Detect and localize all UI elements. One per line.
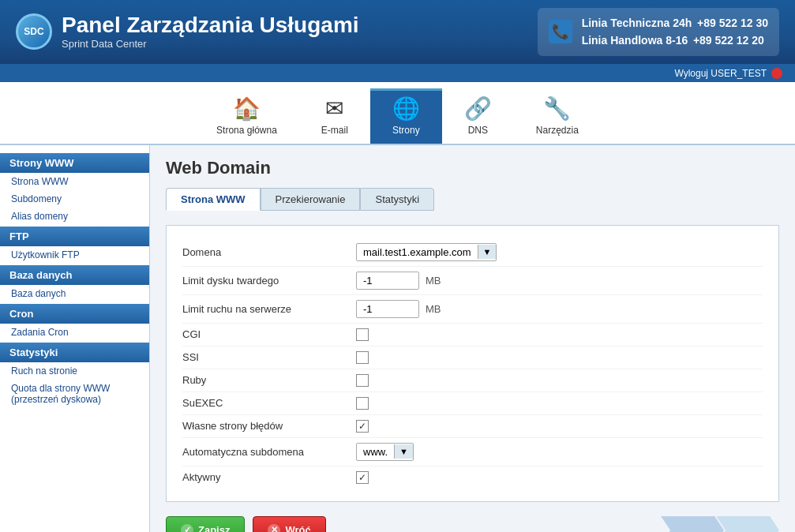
own-error-pages-checkbox[interactable] xyxy=(356,420,369,433)
nav-home-label: Strona główna xyxy=(216,125,277,136)
page-title: Web Domain xyxy=(166,158,779,178)
phone-info: 📞 Linia Techniczna 24h +89 522 12 30 Lin… xyxy=(538,8,779,56)
ssl-label: SSI xyxy=(182,351,356,363)
subdomain-value: www. xyxy=(357,444,394,460)
phone-line2-number: +89 522 12 20 xyxy=(693,34,764,47)
nav-email-label: E-mail xyxy=(321,125,348,136)
ruby-label: Ruby xyxy=(182,374,356,386)
suexec-checkbox[interactable] xyxy=(356,397,369,410)
form-row-auto-subdomain: Automatyczna subdomena www. ▼ xyxy=(182,438,763,466)
sidebar-item-quota[interactable]: Quota dla strony WWW (przestrzeń dyskowa… xyxy=(0,380,149,408)
active-control xyxy=(356,471,369,484)
save-icon: ✓ xyxy=(181,524,193,532)
pages-icon: 🌐 xyxy=(392,96,420,122)
domain-control: mail.test1.example.com ▼ xyxy=(356,243,497,261)
form-row-cgi: CGI xyxy=(182,324,763,347)
email-icon: ✉ xyxy=(325,96,343,122)
sidebar-section-ftp: FTP xyxy=(0,227,149,246)
phone-icon: 📞 xyxy=(549,20,572,43)
phone-lines: Linia Techniczna 24h +89 522 12 30 Linia… xyxy=(582,14,768,50)
ssl-checkbox[interactable] xyxy=(356,351,369,364)
logout-label: Wyloguj USER_TEST xyxy=(674,68,767,79)
form-row-domain: Domena mail.test1.example.com ▼ xyxy=(182,238,763,267)
ruby-control xyxy=(356,374,369,387)
form-row-active: Aktywny xyxy=(182,466,763,489)
cgi-checkbox[interactable] xyxy=(356,328,369,341)
nav-item-home[interactable]: 🏠 Strona główna xyxy=(194,88,299,144)
save-button[interactable]: ✓ Zapisz xyxy=(166,516,245,532)
back-icon: ✕ xyxy=(268,524,280,532)
nav-bar: 🏠 Strona główna ✉ E-mail 🌐 Strony 🔗 DNS … xyxy=(0,82,795,145)
back-button[interactable]: ✕ Wróć xyxy=(253,516,325,532)
active-checkbox[interactable] xyxy=(356,471,369,484)
traffic-limit-label: Limit ruchu na serwerze xyxy=(182,303,356,315)
sidebar-section-baza-danych: Baza danych xyxy=(0,265,149,285)
header: SDC Panel Zarządzania Usługami Sprint Da… xyxy=(0,0,795,64)
cgi-label: CGI xyxy=(182,328,356,340)
app-title: Panel Zarządzania Usługami xyxy=(62,13,359,38)
sidebar-section-strony-www: Strony WWW xyxy=(0,153,149,173)
auto-subdomain-label: Automatyczna subdomena xyxy=(182,446,356,458)
sidebar-item-subdomeny[interactable]: Subdomeny xyxy=(0,190,149,208)
sidebar-item-ruch-na-stronie[interactable]: Ruch na stronie xyxy=(0,362,149,380)
sidebar: Strony WWW Strona WWW Subdomeny Alias do… xyxy=(0,145,150,532)
nav-tools-label: Narzędzia xyxy=(536,125,579,136)
disk-limit-input[interactable] xyxy=(356,272,419,290)
domain-dropdown-button[interactable]: ▼ xyxy=(478,245,497,259)
traffic-unit: MB xyxy=(426,303,441,315)
form-row-suexec: SuEXEC xyxy=(182,392,763,415)
sidebar-item-baza-danych[interactable]: Baza danych xyxy=(0,285,149,302)
save-label: Zapisz xyxy=(198,524,230,532)
domain-select[interactable]: mail.test1.example.com ▼ xyxy=(356,243,497,261)
sidebar-section-cron: Cron xyxy=(0,304,149,324)
arrow-decoration-2 xyxy=(716,516,779,532)
form-area: Domena mail.test1.example.com ▼ Limit dy… xyxy=(166,225,779,502)
logout-icon xyxy=(771,68,782,79)
ruby-checkbox[interactable] xyxy=(356,374,369,387)
button-area: ✓ Zapisz ✕ Wróć xyxy=(166,516,779,532)
tab-przekierowanie[interactable]: Przekierowanie xyxy=(261,188,361,211)
app-subtitle: Sprint Data Center xyxy=(62,38,147,50)
nav-item-email[interactable]: ✉ E-mail xyxy=(299,88,370,144)
sidebar-item-zadania-cron[interactable]: Zadania Cron xyxy=(0,324,149,341)
phone-line1-number: +89 522 12 30 xyxy=(697,17,768,29)
top-bar: Wyloguj USER_TEST xyxy=(0,64,795,82)
nav-dns-label: DNS xyxy=(468,125,488,136)
logo: SDC Panel Zarządzania Usługami Sprint Da… xyxy=(16,13,359,50)
header-title: Panel Zarządzania Usługami Sprint Data C… xyxy=(62,13,359,50)
logout-button[interactable]: Wyloguj USER_TEST xyxy=(674,68,782,79)
auto-subdomain-control: www. ▼ xyxy=(356,443,414,461)
tools-icon: 🔧 xyxy=(543,96,571,122)
cgi-control xyxy=(356,328,369,341)
traffic-limit-input[interactable] xyxy=(356,300,419,318)
nav-pages-label: Strony xyxy=(392,125,420,136)
ssl-control xyxy=(356,351,369,364)
subdomain-dropdown-button[interactable]: ▼ xyxy=(394,444,413,459)
sidebar-section-statystyki: Statystyki xyxy=(0,343,149,362)
tab-strona-www[interactable]: Strona WWW xyxy=(166,188,261,211)
form-row-ruby: Ruby xyxy=(182,369,763,392)
form-row-ssl: SSI xyxy=(182,347,763,369)
nav-item-tools[interactable]: 🔧 Narzędzia xyxy=(514,88,601,144)
tabs: Strona WWW Przekierowanie Statystyki xyxy=(166,188,779,211)
sidebar-item-alias-domeny[interactable]: Alias domeny xyxy=(0,208,149,225)
nav-item-dns[interactable]: 🔗 DNS xyxy=(442,88,514,144)
sidebar-item-uzytkownik-ftp[interactable]: Użytkownik FTP xyxy=(0,246,149,264)
own-error-pages-label: Własne strony błędów xyxy=(182,420,356,432)
dns-icon: 🔗 xyxy=(464,96,492,122)
form-row-disk-limit: Limit dysku twardego MB xyxy=(182,267,763,295)
tab-statystyki[interactable]: Statystyki xyxy=(360,188,434,211)
nav-item-pages[interactable]: 🌐 Strony xyxy=(370,88,442,144)
domain-value: mail.test1.example.com xyxy=(357,244,478,260)
phone-line2-label: Linia Handlowa 8-16 xyxy=(582,34,688,47)
arrow-decoration-1 xyxy=(661,516,724,532)
suexec-label: SuEXEC xyxy=(182,397,356,409)
subdomain-select[interactable]: www. ▼ xyxy=(356,443,414,461)
suexec-control xyxy=(356,397,369,410)
active-label: Aktywny xyxy=(182,471,356,483)
back-label: Wróć xyxy=(285,524,310,532)
sidebar-item-strona-www[interactable]: Strona WWW xyxy=(0,173,149,190)
phone-line1-label: Linia Techniczna 24h xyxy=(582,17,692,29)
domain-label: Domena xyxy=(182,246,356,258)
home-icon: 🏠 xyxy=(233,96,261,122)
